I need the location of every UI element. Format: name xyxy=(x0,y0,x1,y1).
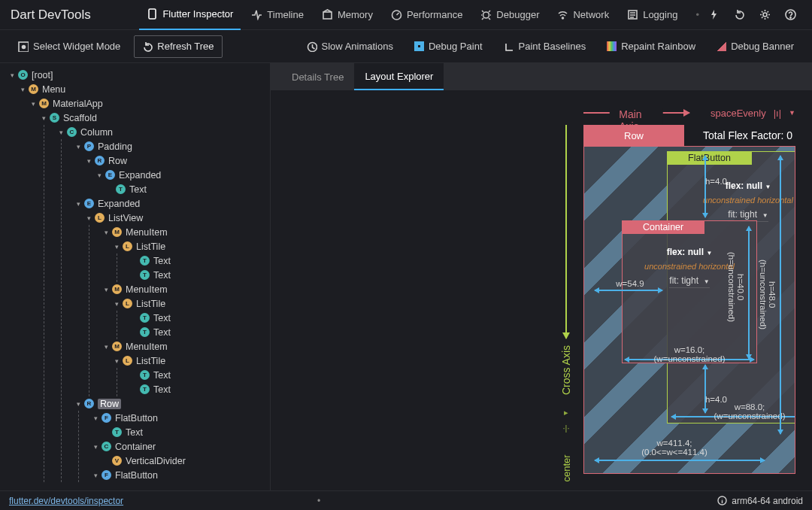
paint-baselines-button[interactable]: Paint Baselines xyxy=(496,35,594,58)
device-target: arm64-64 android xyxy=(717,496,803,506)
tree-node-expanded[interactable]: ▾EExpanded xyxy=(87,168,270,182)
banner-icon xyxy=(717,41,726,51)
nav-tab-debugger[interactable]: Debugger xyxy=(473,0,547,30)
tree-node-text[interactable]: TText xyxy=(122,382,270,396)
wifi-icon xyxy=(557,9,568,20)
tool-btn-label: Repaint Rainbow xyxy=(621,41,695,52)
footer-docs-link[interactable]: flutter.dev/devtools/inspector xyxy=(9,496,123,506)
tree-node-listview[interactable]: ▾LListView xyxy=(77,211,270,225)
tree-node-container[interactable]: ▾CContainer xyxy=(83,439,270,454)
svg-point-3 xyxy=(483,12,489,18)
tree-node-menuitem[interactable]: ▾MMenuItem xyxy=(94,339,270,354)
file-icon xyxy=(627,9,638,20)
chevron-down-icon[interactable]: ▼ xyxy=(765,184,771,190)
info-icon xyxy=(717,496,727,505)
nav-tab-logging[interactable]: Logging xyxy=(620,0,685,30)
clock-icon xyxy=(307,41,317,52)
distribute-icon: |ı| xyxy=(774,108,781,119)
cross-axis-expand-toggle[interactable]: ▸ xyxy=(564,408,568,417)
row-chip: Row xyxy=(583,125,684,146)
nav-tab-performance[interactable]: Performance xyxy=(383,0,470,30)
tree-node-menuitem[interactable]: ▾MMenuItem xyxy=(94,225,270,239)
cross-axis-dropdown[interactable]: center xyxy=(561,454,572,481)
repaint-rainbow-button[interactable]: Repaint Rainbow xyxy=(599,35,703,58)
unconstrained-warning: unconstrained horizontal xyxy=(644,262,735,271)
debug-banner-button[interactable]: Debug Banner xyxy=(709,35,801,58)
sub-tab-layout-explorer[interactable]: Layout Explorer xyxy=(354,63,444,90)
debug-paint-button[interactable]: Debug Paint xyxy=(407,35,490,58)
tree-node-root[interactable]: ▾O[root] xyxy=(0,68,270,82)
flatbutton-chip: FlatButton xyxy=(667,151,752,165)
svg-point-10 xyxy=(23,45,26,48)
layout-row-body: FlatButton flex: null ▼ unconstrained ho… xyxy=(583,146,795,474)
tool-btn-label: Slow Animations xyxy=(322,41,393,52)
fit-dropdown[interactable]: fit: tight ▼ xyxy=(669,275,709,288)
nav-tab-label: Logging xyxy=(643,9,677,20)
tree-node-expanded2[interactable]: ▾EExpanded xyxy=(66,196,270,211)
sub-tab-details-tree[interactable]: Details Tree xyxy=(281,63,354,90)
dim-gap-bot: h=4.0 xyxy=(705,395,727,404)
help-icon[interactable] xyxy=(779,0,801,30)
tree-node-scaffold[interactable]: ▾SScaffold xyxy=(32,111,270,125)
tree-node-text[interactable]: TText xyxy=(122,325,270,339)
tree-node-flatbutton2[interactable]: ▾FFlatButton xyxy=(83,468,270,482)
tree-node-padding[interactable]: ▾PPadding xyxy=(66,139,270,153)
nav-tab-label: Timeline xyxy=(267,9,304,20)
main-axis-dropdown[interactable]: spaceEvenly |ı| ▼ xyxy=(710,108,795,119)
tree-node-row-selected[interactable]: ▾RRow xyxy=(66,396,270,411)
pulse-icon xyxy=(251,9,262,20)
package-icon xyxy=(322,9,333,20)
dim-cont-h: h=40.0 (h=unconstrained) xyxy=(727,252,745,322)
nav-tab-timeline[interactable]: Timeline xyxy=(244,0,311,30)
chevron-down-icon: ▼ xyxy=(789,109,795,117)
svg-point-8 xyxy=(789,17,790,18)
tree-node-text[interactable]: TText xyxy=(98,182,270,196)
svg-point-6 xyxy=(763,13,767,17)
nav-tab-label: Network xyxy=(573,9,609,20)
tree-node-text[interactable]: TText xyxy=(94,425,270,439)
nav-tab-label: Flutter Inspector xyxy=(162,8,233,20)
cross-axis-align-icon[interactable]: ·|· xyxy=(563,423,570,433)
tree-node-menuitem[interactable]: ▾MMenuItem xyxy=(94,282,270,296)
nav-tab-label: Performance xyxy=(407,9,462,20)
dim-row-w: w=411.4; (0.0<=w<=411.4) xyxy=(584,439,765,457)
tree-node-column[interactable]: ▾CColumn xyxy=(49,125,270,139)
select-widget-mode-button[interactable]: Select Widget Mode xyxy=(11,35,128,58)
app-title: Dart DevTools xyxy=(11,8,91,23)
nav-tab-label: Debugger xyxy=(496,9,539,20)
tree-node-text[interactable]: TText xyxy=(122,368,270,382)
tool-btn-label: Paint Baselines xyxy=(519,41,586,52)
dim-cont-w: w=16.0; (w=unconstrained) xyxy=(625,345,754,363)
chevron-down-icon[interactable]: ▼ xyxy=(706,250,712,257)
tree-node-listtile[interactable]: ▾LListTile xyxy=(105,239,270,253)
settings-icon[interactable] xyxy=(753,0,776,30)
nav-tab-network[interactable]: Network xyxy=(550,0,617,30)
tree-node-flatbutton[interactable]: ▾FFlatButton xyxy=(83,411,270,425)
rainbow-icon xyxy=(607,41,617,51)
dim-row-h: h=48.0 (h=unconstrained) xyxy=(759,260,777,329)
slow-animations-button[interactable]: Slow Animations xyxy=(299,35,401,58)
dim-gap-top: h=4.0 xyxy=(705,177,727,186)
select-icon xyxy=(18,41,29,52)
tree-node-materialapp[interactable]: ▾MMaterialApp xyxy=(21,96,270,111)
nav-tab-flutter-inspector[interactable]: Flutter Inspector xyxy=(139,0,241,30)
grid-icon xyxy=(414,41,424,51)
svg-rect-1 xyxy=(323,12,332,19)
tree-node-text[interactable]: TText xyxy=(122,268,270,282)
nav-tab-memory[interactable]: Memory xyxy=(314,0,380,30)
svg-point-4 xyxy=(562,17,564,19)
restart-icon[interactable] xyxy=(728,0,750,30)
tree-node-text[interactable]: TText xyxy=(122,253,270,268)
tree-node-row[interactable]: ▾RRow xyxy=(77,153,270,168)
tree-node-listtile[interactable]: ▾LListTile xyxy=(105,354,270,368)
tree-node-text[interactable]: TText xyxy=(122,311,270,325)
tree-node-listtile[interactable]: ▾LListTile xyxy=(105,296,270,311)
phone-icon xyxy=(147,8,158,20)
gauge-icon xyxy=(391,9,402,20)
flash-icon[interactable] xyxy=(702,0,725,30)
refresh-tree-button[interactable]: Refresh Tree xyxy=(134,35,222,58)
tool-btn-label: Debug Paint xyxy=(429,41,483,52)
tree-node-menu[interactable]: ▾MMenu xyxy=(11,82,270,96)
widget-tree-panel[interactable]: ▾O[root] ▾MMenu ▾MMaterialApp ▾SScaffold… xyxy=(0,63,271,490)
tree-node-verticaldivider[interactable]: VVerticalDivider xyxy=(94,454,270,468)
